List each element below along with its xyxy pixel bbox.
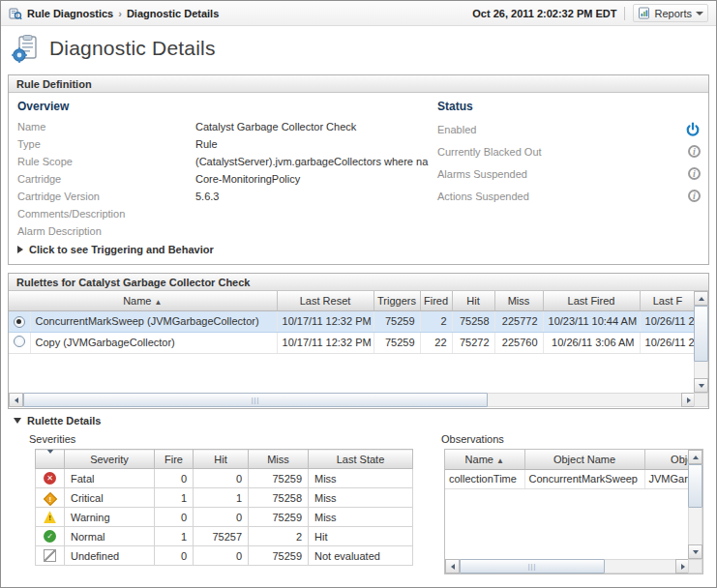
column-header-obs-name[interactable]: Name▲ [445, 450, 524, 469]
column-header-name[interactable]: Name▲ [9, 291, 277, 310]
chevron-down-icon [696, 12, 703, 15]
rule-definition-panel: Rule Definition Overview NameCatalyst Ga… [8, 74, 709, 265]
column-header-severity[interactable]: Severity [65, 450, 155, 469]
vscroll-thumb[interactable] [688, 464, 702, 508]
column-header-object[interactable]: Object [644, 450, 688, 469]
current-timestamp: Oct 26, 2011 2:02:32 PM EDT [472, 8, 616, 19]
column-header-last-hit[interactable]: Last F [640, 291, 696, 310]
severity-row[interactable]: Warning 0 0 75259 Miss [36, 508, 413, 527]
reports-button[interactable]: Reports [633, 4, 708, 22]
arrow-right-icon [687, 397, 691, 403]
rulettes-panel-title: Rulettes for Catalyst Garbage Collector … [9, 274, 708, 291]
field-value: Rule [195, 138, 218, 150]
severities-heading: Severities [29, 433, 75, 445]
cell-name: ConcurrentMarkSweep (JVMGarbageCollector… [30, 310, 277, 332]
arrow-down-icon [693, 550, 699, 554]
fatal-icon [44, 472, 56, 485]
cell-severity: Fatal [65, 469, 155, 488]
rulette-radio-selected[interactable] [14, 316, 25, 328]
warning-icon [44, 511, 56, 523]
rulette-details-collapser[interactable]: Rulette Details [8, 413, 709, 428]
rulette-details-section: Rulette Details Severities Severity Fire… [8, 413, 709, 579]
hscroll-thumb[interactable]: ||| [460, 559, 605, 573]
column-header-last-fired[interactable]: Last Fired [543, 291, 640, 310]
scroll-left-button[interactable] [445, 559, 460, 573]
thumb-grip: ||| [252, 397, 259, 403]
scroll-up-button[interactable] [694, 291, 708, 306]
cell-last-state: Miss [309, 488, 413, 508]
scroll-down-button[interactable] [688, 544, 702, 559]
column-header-fire[interactable]: Fire [155, 450, 194, 469]
severity-row[interactable]: Fatal 0 0 75259 Miss [36, 469, 413, 488]
vscroll-thumb[interactable] [694, 306, 708, 362]
cell-triggers: 75259 [373, 310, 420, 332]
sort-asc-icon: ▲ [154, 298, 162, 307]
expander-label: Click to see Triggering and Behavior [29, 244, 214, 255]
rulettes-panel: Rulettes for Catalyst Garbage Collector … [8, 273, 709, 409]
arrow-down-icon [699, 384, 704, 388]
cell-severity: Critical [65, 488, 155, 508]
column-header-fired[interactable]: Fired [420, 291, 452, 310]
info-icon [688, 190, 701, 202]
filter-dropdown-icon[interactable] [46, 450, 54, 465]
field-label: Comments/Description [17, 205, 195, 222]
normal-icon [44, 530, 56, 543]
rulette-row[interactable]: Copy (JVMGarbageCollector) 10/17/11 12:3… [9, 332, 696, 353]
status-row: Actions Suspended [437, 185, 701, 207]
column-header-last-state[interactable]: Last State [309, 450, 413, 469]
field-row: Alarm Description [17, 222, 424, 240]
hscroll-thumb[interactable]: ||| [23, 393, 488, 407]
observations-table: Name▲ Object Name Object collectionTime … [445, 450, 688, 489]
overview-heading: Overview [17, 100, 69, 113]
cell-hit: 1 [194, 488, 249, 508]
cell-obs-name: collectionTime [445, 469, 524, 488]
arrow-up-icon [693, 456, 699, 459]
breadcrumb-root[interactable]: Rule Diagnostics [27, 8, 113, 19]
triggering-behavior-expander[interactable]: Click to see Triggering and Behavior [17, 244, 214, 255]
severities-table: Severity Fire Hit Miss Last State Fatal … [35, 449, 413, 566]
field-value: Core-MonitoringPolicy [195, 173, 300, 185]
scroll-left-button[interactable] [9, 393, 23, 407]
column-header-triggers[interactable]: Triggers [373, 291, 420, 310]
field-value: (CatalystServer).jvm.garbageCollectors w… [195, 156, 428, 167]
cell-severity: Warning [65, 508, 155, 527]
field-row: NameCatalyst Garbage Collector Check [17, 118, 424, 135]
cell-hit: 0 [194, 508, 249, 527]
rulette-row[interactable]: ConcurrentMarkSweep (JVMGarbageCollector… [9, 310, 696, 332]
severity-row[interactable]: Undefined 0 0 75259 Not evaluated [36, 546, 413, 566]
severity-row[interactable]: Normal 1 75257 2 Hit [36, 527, 413, 546]
column-header-hit[interactable]: Hit [452, 291, 494, 310]
cell-fired: 2 [420, 310, 452, 332]
info-icon [688, 167, 701, 180]
rule-diagnostics-icon [9, 7, 22, 20]
severity-filter-header[interactable] [36, 450, 65, 469]
status-list: Enabled Currently Blacked Out Alarms Sus… [437, 118, 701, 207]
observation-row[interactable]: collectionTime ConcurrentMarkSweep JVMGa… [445, 469, 688, 488]
field-label: Rule Scope [17, 153, 195, 170]
diagnostic-details-icon [11, 34, 41, 64]
column-header-last-reset[interactable]: Last Reset [277, 291, 373, 310]
severity-row[interactable]: Critical 1 1 75258 Miss [36, 488, 413, 508]
status-label: Actions Suspended [437, 191, 688, 202]
column-header-miss[interactable]: Miss [249, 450, 309, 469]
rulette-radio[interactable] [14, 336, 25, 347]
cell-last-hit: 10/26/11 2 [640, 310, 696, 332]
cell-fire: 0 [155, 546, 194, 566]
cell-last-state: Miss [309, 469, 413, 488]
scroll-up-button[interactable] [688, 450, 702, 464]
cell-last-state: Miss [309, 508, 413, 527]
cell-hit: 0 [194, 546, 249, 566]
rulette-details-title: Rulette Details [27, 415, 101, 426]
sort-asc-icon: ▲ [496, 456, 504, 465]
field-label: Cartridge Version [17, 188, 195, 205]
critical-icon [43, 491, 56, 505]
cell-last-state: Hit [309, 527, 413, 546]
column-header-miss[interactable]: Miss [494, 291, 543, 310]
scroll-down-button[interactable] [694, 378, 708, 393]
field-row: TypeRule [17, 135, 424, 153]
column-header-object-name[interactable]: Object Name [524, 450, 644, 469]
field-label: Alarm Description [17, 222, 195, 240]
cell-severity: Normal [65, 527, 155, 546]
power-icon [685, 122, 701, 137]
column-header-hit[interactable]: Hit [194, 450, 249, 469]
